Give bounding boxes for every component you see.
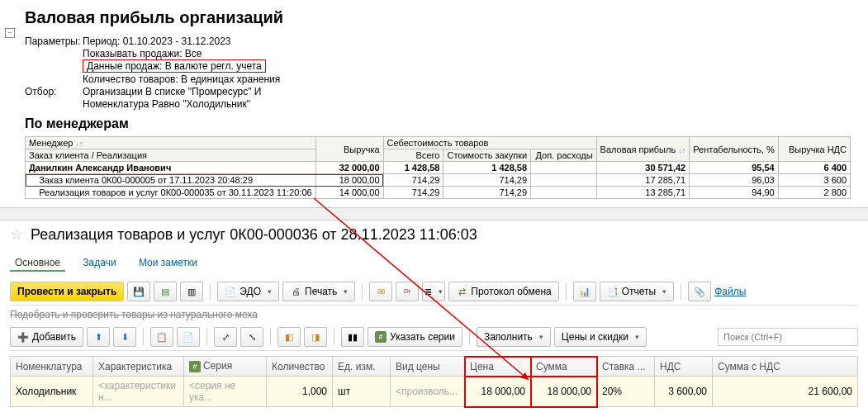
move-down-button[interactable]: ⬇	[113, 327, 136, 347]
collapse-all-icon: ⤡	[246, 331, 258, 343]
main-toolbar: Провести и закрыть 💾 ▤ ▥ 📄ЭДО 🖨Печать ✉ …	[10, 278, 858, 306]
col-sum: Сумма	[531, 357, 597, 377]
cell-char[interactable]: <характеристики н...	[93, 377, 184, 407]
goods-table: Номенклатура Характеристика #Серия Колич…	[10, 356, 858, 407]
split-icon: ◧	[283, 331, 295, 343]
col-manager: Менеджер	[29, 138, 73, 148]
tab-main[interactable]: Основное	[10, 255, 65, 272]
cell-rate[interactable]: 20%	[597, 377, 655, 407]
copy-button[interactable]: 📋	[150, 327, 173, 347]
structure-icon: ≣	[425, 286, 432, 297]
param-sales-data: Данные продаж: В валюте регл. учета	[83, 59, 266, 73]
chart-button[interactable]: 📊	[573, 282, 596, 301]
cell-nds[interactable]: 3 600,00	[655, 377, 713, 407]
cell-sum[interactable]: 18 000,00	[531, 377, 597, 407]
filter-label: Отбор:	[25, 86, 83, 97]
cell-sum-nds[interactable]: 21 600,00	[713, 377, 858, 407]
barcode-button[interactable]: ▮▮	[341, 327, 364, 347]
rows-toolbar: ➕Добавить ⬆ ⬇ 📋 📄 ⤢ ⤡ ◧ ◨ ▮▮ # Указать с…	[10, 324, 858, 351]
cell-c1: 1 428,58	[383, 162, 443, 174]
cell-rev: 14 000,00	[315, 187, 383, 199]
search-input[interactable]	[718, 328, 858, 346]
move-up-button[interactable]: ⬆	[87, 327, 110, 347]
panel-divider[interactable]	[0, 207, 868, 220]
cell-rent: 96,03	[690, 174, 779, 187]
arrow-down-icon: ⬇	[119, 331, 130, 343]
email-button[interactable]: ✉	[369, 282, 392, 301]
reports-button[interactable]: 📑Отчеты	[600, 282, 674, 301]
expand-button[interactable]: ⤢	[214, 327, 237, 347]
fill-button[interactable]: Заполнить	[477, 327, 551, 347]
debit-credit-button[interactable]: Dr	[396, 282, 419, 301]
filter-2: Номенклатура Равно "Холодильник"	[83, 98, 250, 110]
col-unit: Ед. изм.	[333, 357, 391, 377]
report-table: Менеджер ↓↑ Выручка Себестоимость товаро…	[25, 136, 851, 199]
col-gross: Валовая прибыль	[600, 145, 676, 154]
copy-icon: 📋	[156, 331, 168, 343]
cell-c3	[531, 174, 597, 187]
print-button[interactable]: 🖨Печать	[282, 282, 355, 301]
separator	[362, 283, 363, 300]
report-icon: 📑	[607, 286, 619, 297]
report-title: Валовая прибыль организаций	[25, 8, 855, 27]
col-qty: Количество	[267, 357, 333, 377]
structure-button[interactable]: ≣	[422, 282, 445, 301]
paste-button[interactable]: 📄	[177, 327, 200, 347]
attach-button[interactable]: 📎	[688, 282, 711, 301]
col-cost-group: Себестоимость товаров	[383, 137, 596, 149]
save-button[interactable]: 💾	[127, 282, 150, 301]
collapse-button[interactable]: ⤡	[240, 327, 263, 347]
report-row[interactable]: Данилкин Александр Иванович 32 000,00 1 …	[26, 162, 851, 174]
chart-icon: 📊	[579, 286, 591, 297]
paste-icon: 📄	[183, 331, 194, 343]
unpost-icon: ▥	[186, 286, 197, 297]
printer-icon: 🖨	[290, 286, 301, 297]
post-and-close-button[interactable]: Провести и закрыть	[10, 282, 124, 301]
set-series-button[interactable]: # Указать серии	[368, 327, 462, 347]
files-link[interactable]: Файлы	[714, 286, 746, 297]
cell-unit[interactable]: шт	[333, 377, 391, 407]
tab-notes[interactable]: Мои заметки	[134, 255, 202, 270]
col-cost-total: Всего	[383, 149, 443, 162]
cell-nomen[interactable]: Холодильник	[11, 377, 93, 407]
cell-gross: 30 571,42	[596, 162, 690, 174]
merge-button[interactable]: ◨	[304, 327, 327, 347]
goods-row[interactable]: Холодильник <характеристики н... <серия …	[11, 377, 858, 407]
cell-price[interactable]: 18 000,00	[465, 377, 531, 407]
add-row-button[interactable]: ➕Добавить	[10, 327, 83, 347]
favorite-star-icon[interactable]: ☆	[10, 225, 23, 244]
cell-gross: 17 285,71	[596, 174, 690, 187]
edo-icon: 📄	[225, 286, 236, 297]
report-row[interactable]: Заказ клиента 0К00-000005 от 17.11.2023 …	[26, 174, 851, 187]
cell-qty[interactable]: 1,000	[267, 377, 333, 407]
document-title: Реализация товаров и услуг 0К00-000036 о…	[31, 226, 477, 244]
report-row[interactable]: Реализация товаров и услуг 0К00-000035 о…	[26, 187, 851, 199]
cell-c1: 714,29	[383, 187, 443, 199]
cell-label: Заказ клиента 0К00-000005 от 17.11.2023 …	[26, 174, 316, 187]
param-qty: Количество товаров: В единицах хранения	[83, 73, 280, 85]
post-button[interactable]: ▤	[154, 282, 177, 301]
cell-rent: 95,54	[690, 162, 779, 174]
cell-price-type[interactable]: <произволь...	[391, 377, 465, 407]
collapse-icon[interactable]: −	[5, 28, 15, 38]
col-price: Цена	[465, 357, 531, 377]
tab-tasks[interactable]: Задачи	[78, 255, 121, 270]
split-button[interactable]: ◧	[277, 327, 301, 347]
separator	[334, 329, 334, 345]
cell-c3	[531, 187, 597, 199]
col-rent: Рентабельность, %	[690, 137, 779, 162]
separator	[210, 283, 211, 300]
protocol-button[interactable]: ⇄Протокол обмена	[448, 282, 558, 301]
col-price-type: Вид цены	[391, 357, 465, 377]
cell-c2: 714,29	[443, 187, 531, 199]
edo-button[interactable]: 📄ЭДО	[217, 282, 279, 301]
prices-discounts-button[interactable]: Цены и скидки	[554, 327, 647, 347]
unpost-button[interactable]: ▥	[180, 282, 203, 301]
cell-rev: 18 000,00	[315, 174, 383, 187]
cell-c3	[531, 162, 597, 174]
hash-icon: #	[375, 331, 387, 343]
col-nds: НДС	[655, 357, 713, 377]
col-order: Заказ клиента / Реализация	[26, 149, 316, 162]
cell-series[interactable]: <серия не ука...	[184, 377, 267, 407]
cell-gross: 13 285,71	[596, 187, 690, 199]
